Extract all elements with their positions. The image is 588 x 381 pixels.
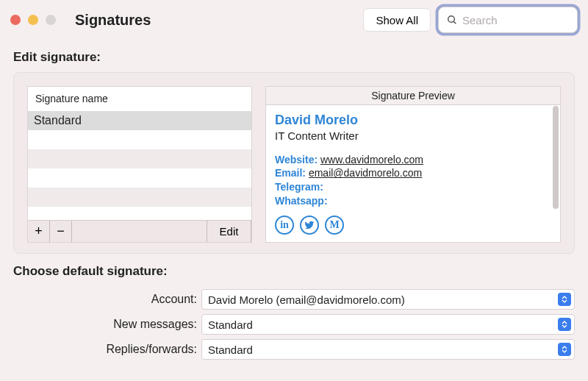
edit-signature-heading: Edit signature: — [0, 40, 588, 72]
whatsapp-label: Whatsapp: — [275, 195, 328, 207]
chevron-updown-icon — [558, 318, 571, 331]
show-all-button[interactable]: Show All — [363, 8, 431, 32]
account-select[interactable]: David Morelo (email@davidmorelo.com) — [201, 289, 575, 310]
signature-row-empty — [28, 149, 251, 168]
medium-icon[interactable]: M — [325, 216, 344, 235]
chevron-updown-icon — [558, 343, 571, 356]
edit-signature-button[interactable]: Edit — [207, 221, 251, 242]
preview-whatsapp-line: Whatsapp: — [275, 194, 551, 208]
account-select-value: David Morelo (email@davidmorelo.com) — [208, 293, 405, 306]
signature-list-toolbar: + − Edit — [28, 220, 251, 242]
edit-label: Edit — [220, 225, 239, 238]
add-signature-button[interactable]: + — [28, 221, 50, 242]
svg-line-1 — [453, 21, 456, 24]
preview-social-icons: in M — [275, 216, 551, 235]
minimize-window-button[interactable] — [28, 15, 38, 25]
remove-signature-button[interactable]: − — [50, 221, 72, 242]
preview-telegram-line: Telegram: — [275, 180, 551, 194]
preview-role: IT Content Writer — [275, 129, 551, 143]
choose-default-heading: Choose default signature: — [0, 254, 588, 286]
show-all-label: Show All — [376, 14, 418, 26]
search-icon — [446, 14, 458, 26]
search-input[interactable] — [462, 14, 588, 26]
defaults-form: Account: David Morelo (email@davidmorelo… — [13, 286, 575, 360]
signature-row[interactable]: Standard — [28, 111, 251, 130]
window-controls — [10, 15, 56, 25]
preview-website-line: Website: www.davidmorelo.com — [275, 153, 551, 167]
new-messages-select-value: Standard — [208, 318, 253, 331]
preview-body: David Morelo IT Content Writer Website: … — [266, 105, 560, 242]
website-label: Website: — [275, 154, 318, 165]
window-title: Signatures — [75, 12, 151, 29]
linkedin-icon[interactable]: in — [275, 216, 294, 235]
svg-point-0 — [448, 16, 455, 23]
account-label: Account: — [13, 293, 201, 306]
email-value[interactable]: email@davidmorelo.com — [309, 167, 422, 179]
zoom-window-button[interactable] — [46, 15, 56, 25]
signature-rows: Standard — [28, 111, 251, 220]
new-messages-label: New messages: — [13, 318, 201, 331]
signature-row-empty — [28, 188, 251, 207]
twitter-icon[interactable] — [300, 216, 319, 235]
new-messages-row: New messages: Standard — [13, 314, 575, 335]
replies-forwards-select[interactable]: Standard — [201, 339, 575, 360]
signature-row-empty — [28, 168, 251, 188]
preview-header: Signature Preview — [266, 87, 560, 105]
preview-name: David Morelo — [275, 111, 551, 129]
search-field[interactable] — [438, 7, 578, 33]
account-row: Account: David Morelo (email@davidmorelo… — [13, 289, 575, 310]
signature-list: Signature name Standard + − Edit — [27, 86, 252, 243]
website-value[interactable]: www.davidmorelo.com — [320, 154, 423, 165]
replies-forwards-label: Replies/forwards: — [13, 343, 201, 356]
titlebar: Signatures Show All — [0, 0, 588, 40]
toolbar-spacer — [72, 221, 207, 242]
signature-preview: Signature Preview David Morelo IT Conten… — [265, 86, 561, 243]
signature-row-empty — [28, 130, 251, 149]
new-messages-select[interactable]: Standard — [201, 314, 575, 335]
replies-forwards-row: Replies/forwards: Standard — [13, 339, 575, 360]
signature-list-header: Signature name — [28, 87, 251, 111]
preview-scrollbar[interactable] — [553, 106, 559, 209]
plus-icon: + — [35, 224, 43, 239]
chevron-updown-icon — [558, 293, 571, 306]
replies-forwards-select-value: Standard — [208, 343, 253, 356]
preview-email-line: Email: email@davidmorelo.com — [275, 166, 551, 180]
email-label: Email: — [275, 167, 306, 179]
minus-icon: − — [57, 224, 65, 239]
edit-signature-panel: Signature name Standard + − Edit Signatu… — [13, 72, 575, 254]
telegram-label: Telegram: — [275, 181, 323, 193]
close-window-button[interactable] — [10, 15, 21, 25]
